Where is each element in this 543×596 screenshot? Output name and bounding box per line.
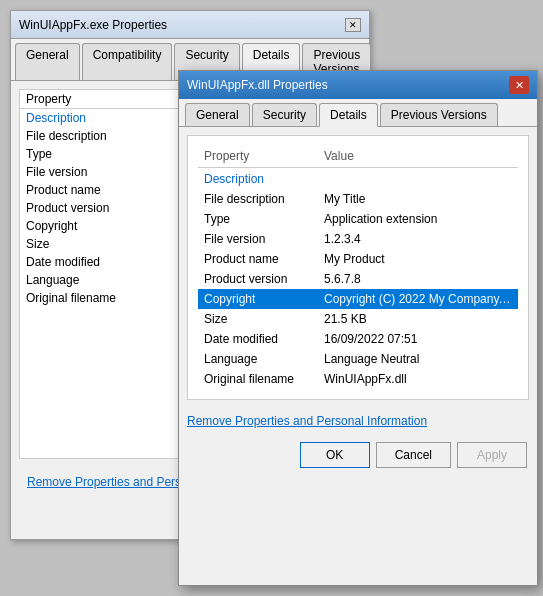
bg-close-btn[interactable]: ✕ (345, 18, 361, 32)
ok-button[interactable]: OK (300, 442, 370, 468)
bg-col-property: Property (20, 90, 197, 109)
main-col-value: Value (318, 146, 518, 168)
main-title-bar: WinUIAppFx.dll Properties ✕ (179, 71, 537, 99)
main-tab-security[interactable]: Security (252, 103, 317, 126)
cancel-button[interactable]: Cancel (376, 442, 451, 468)
main-section-desc: Description (198, 168, 518, 190)
table-row[interactable]: Product nameMy Product (198, 249, 518, 269)
table-row[interactable]: Product version5.6.7.8 (198, 269, 518, 289)
main-tab-details[interactable]: Details (319, 103, 378, 127)
bg-win-controls: ✕ (345, 18, 361, 32)
table-row[interactable]: Original filenameWinUIAppFx.dll (198, 369, 518, 389)
table-row[interactable]: Size21.5 KB (198, 309, 518, 329)
table-row-selected[interactable]: CopyrightCopyright (C) 2022 My Company. … (198, 289, 518, 309)
table-row[interactable]: File descriptionMy Title (198, 189, 518, 209)
bg-title-bar: WinUIAppFx.exe Properties ✕ (11, 11, 369, 39)
table-row[interactable]: Date modified16/09/2022 07:51 (198, 329, 518, 349)
main-tabs: General Security Details Previous Versio… (179, 99, 537, 127)
main-col-property: Property (198, 146, 318, 168)
bg-window-title: WinUIAppFx.exe Properties (19, 18, 345, 32)
apply-button[interactable]: Apply (457, 442, 527, 468)
main-prop-table: Property Value Description File descript… (198, 146, 518, 389)
main-window-title: WinUIAppFx.dll Properties (187, 78, 509, 92)
main-footer-buttons: OK Cancel Apply (179, 434, 537, 476)
main-table-header: Property Value (198, 146, 518, 168)
table-row[interactable]: File version1.2.3.4 (198, 229, 518, 249)
bg-tab-compatibility[interactable]: Compatibility (82, 43, 173, 80)
main-close-button[interactable]: ✕ (509, 76, 529, 94)
main-prop-content: Property Value Description File descript… (187, 135, 529, 400)
table-row[interactable]: LanguageLanguage Neutral (198, 349, 518, 369)
table-row[interactable]: TypeApplication extension (198, 209, 518, 229)
main-tab-general[interactable]: General (185, 103, 250, 126)
main-window: WinUIAppFx.dll Properties ✕ General Secu… (178, 70, 538, 586)
main-remove-properties-link[interactable]: Remove Properties and Personal Informati… (179, 408, 537, 434)
bg-tab-general[interactable]: General (15, 43, 80, 80)
main-tab-previous-versions[interactable]: Previous Versions (380, 103, 498, 126)
